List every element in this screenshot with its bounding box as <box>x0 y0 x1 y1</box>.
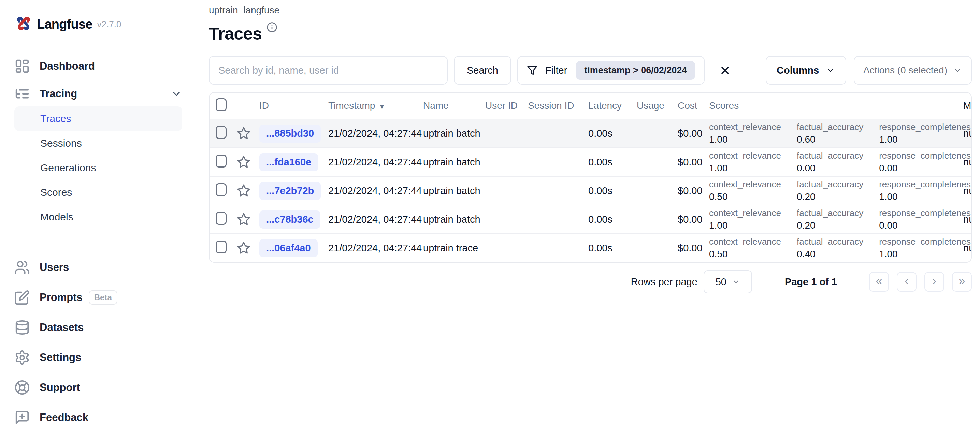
trace-cost: $0.00 <box>678 128 709 139</box>
sidebar-item-label: Support <box>40 382 80 394</box>
sidebar-item-tracing[interactable]: Tracing <box>14 81 182 107</box>
trace-id-link[interactable]: ...c78b36c <box>259 210 320 229</box>
app-logo[interactable]: Langfuse v2.7.0 <box>0 14 197 35</box>
score-badge: response_completeness1.00 <box>879 236 972 259</box>
chevron-down-icon[interactable] <box>170 88 182 100</box>
score-badge: factual_accuracy0.20 <box>797 208 863 231</box>
col-header-latency: Latency <box>588 100 637 111</box>
row-checkbox[interactable] <box>216 240 227 253</box>
actions-button[interactable]: Actions (0 selected) <box>854 56 972 84</box>
trace-latency: 0.00s <box>588 157 637 168</box>
col-header-id: ID <box>259 100 328 111</box>
trace-scores: context_relevance0.50 factual_accuracy0.… <box>709 236 961 259</box>
sidebar-item-label: Scores <box>40 187 72 198</box>
trace-metadata-clipped: nu <box>961 243 972 254</box>
favorite-star-icon[interactable] <box>237 155 250 169</box>
trace-latency: 0.00s <box>588 243 637 254</box>
table-row[interactable]: ...885bd30 21/02/2024, 04:27:44 uptrain … <box>210 119 971 147</box>
life-buoy-icon <box>14 380 30 395</box>
score-badge: context_relevance1.00 <box>709 150 781 173</box>
sidebar-item-label: Generations <box>40 162 96 173</box>
clear-filter-icon[interactable] <box>719 64 731 76</box>
trace-timestamp: 21/02/2024, 04:27:44 <box>328 243 423 254</box>
next-page-button[interactable]: › <box>924 272 944 292</box>
chevron-down-icon <box>732 278 740 286</box>
score-badge: factual_accuracy0.40 <box>797 236 863 259</box>
row-checkbox[interactable] <box>216 126 227 139</box>
score-badge: factual_accuracy0.00 <box>797 150 863 173</box>
search-input[interactable] <box>209 56 448 84</box>
trace-timestamp: 21/02/2024, 04:27:44 <box>328 128 423 139</box>
row-checkbox[interactable] <box>216 183 227 196</box>
last-page-button[interactable]: » <box>952 272 972 292</box>
row-checkbox[interactable] <box>216 212 227 225</box>
favorite-star-icon[interactable] <box>237 127 250 140</box>
filter-chip[interactable]: timestamp > 06/02/2024 <box>576 61 695 80</box>
favorite-star-icon[interactable] <box>237 241 250 255</box>
page-size-select[interactable]: 50 <box>703 270 752 293</box>
trace-cost: $0.00 <box>678 185 709 197</box>
col-header-timestamp[interactable]: Timestamp▼ <box>328 100 423 111</box>
trace-timestamp: 21/02/2024, 04:27:44 <box>328 185 423 197</box>
trace-id-link[interactable]: ...06af4a0 <box>259 239 318 257</box>
sidebar-item-scores[interactable]: Scores <box>14 180 182 205</box>
sidebar-item-label: Prompts <box>40 291 83 304</box>
columns-button-label: Columns <box>776 65 819 76</box>
app-name: Langfuse <box>37 17 92 32</box>
sidebar-bottom-group: Users Prompts Beta Datasets Settings Sup… <box>14 253 182 433</box>
breadcrumb[interactable]: uptrain_langfuse <box>209 5 972 16</box>
trace-timestamp: 21/02/2024, 04:27:44 <box>328 214 423 225</box>
sidebar-item-label: Models <box>40 211 73 223</box>
col-header-cost: Cost <box>678 100 709 111</box>
search-button[interactable]: Search <box>454 56 511 84</box>
trace-scores: context_relevance1.00 factual_accuracy0.… <box>709 208 961 231</box>
page-title: Traces <box>209 24 262 44</box>
prev-page-button[interactable]: ‹ <box>897 272 916 292</box>
trace-id-link[interactable]: ...fda160e <box>259 153 318 171</box>
page-indicator: Page 1 of 1 <box>785 276 837 288</box>
trace-id-link[interactable]: ...885bd30 <box>259 124 321 143</box>
favorite-star-icon[interactable] <box>237 213 250 226</box>
favorite-star-icon[interactable] <box>237 184 250 197</box>
sidebar-item-users[interactable]: Users <box>14 253 182 282</box>
score-badge: context_relevance1.00 <box>709 208 781 231</box>
sidebar-item-dashboard[interactable]: Dashboard <box>14 51 182 81</box>
first-page-button[interactable]: « <box>869 272 889 292</box>
sidebar-item-label: Feedback <box>40 411 88 424</box>
select-all-checkbox[interactable] <box>216 98 227 111</box>
table-row[interactable]: ...7e2b72b 21/02/2024, 04:27:44 uptrain … <box>210 176 971 205</box>
table-row[interactable]: ...c78b36c 21/02/2024, 04:27:44 uptrain … <box>210 205 971 233</box>
sidebar-item-traces[interactable]: Traces <box>14 107 182 131</box>
sort-desc-icon: ▼ <box>379 103 385 110</box>
sidebar-item-label: Settings <box>40 352 81 364</box>
database-icon <box>14 320 30 335</box>
sidebar-item-support[interactable]: Support <box>14 372 182 403</box>
trace-scores: context_relevance0.50 factual_accuracy0.… <box>709 179 961 202</box>
sidebar-item-prompts[interactable]: Prompts Beta <box>14 282 182 312</box>
trace-id-link[interactable]: ...7e2b72b <box>259 182 321 200</box>
sidebar-item-datasets[interactable]: Datasets <box>14 312 182 342</box>
info-icon[interactable] <box>267 22 277 33</box>
col-header-metadata-clipped: M <box>961 100 971 111</box>
row-checkbox[interactable] <box>216 154 227 167</box>
gear-icon <box>14 350 30 365</box>
trace-cost: $0.00 <box>678 214 709 225</box>
rows-per-page-label: Rows per page <box>631 276 697 288</box>
chevron-down-icon <box>826 65 835 75</box>
sidebar-item-settings[interactable]: Settings <box>14 342 182 372</box>
score-badge: factual_accuracy0.60 <box>797 122 863 145</box>
sidebar-item-generations[interactable]: Generations <box>14 156 182 180</box>
score-badge: response_completeness0.00 <box>879 208 972 231</box>
message-plus-icon <box>14 410 30 425</box>
sidebar-item-sessions[interactable]: Sessions <box>14 131 182 156</box>
sidebar-item-feedback[interactable]: Feedback <box>14 403 182 433</box>
table-row[interactable]: ...fda160e 21/02/2024, 04:27:44 uptrain … <box>210 147 971 176</box>
traces-table: ID Timestamp▼ Name User ID Session ID La… <box>209 92 972 263</box>
filter-button[interactable]: Filter timestamp > 06/02/2024 <box>517 56 705 84</box>
score-badge: context_relevance0.50 <box>709 236 781 259</box>
table-row[interactable]: ...06af4a0 21/02/2024, 04:27:44 uptrain … <box>210 233 971 262</box>
col-header-scores: Scores <box>709 100 961 111</box>
list-tree-icon <box>14 86 30 102</box>
sidebar-item-models[interactable]: Models <box>14 205 182 229</box>
columns-button[interactable]: Columns <box>766 56 846 84</box>
